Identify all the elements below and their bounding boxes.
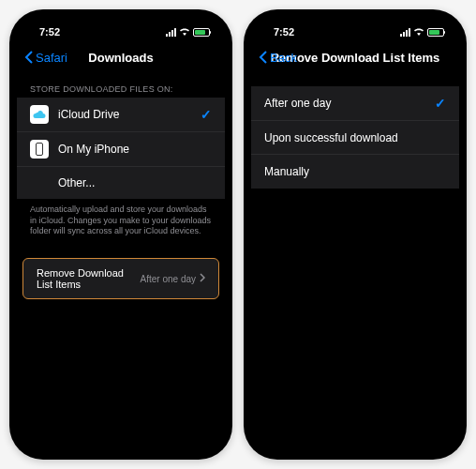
storage-label: Other... <box>58 176 212 189</box>
storage-option-onphone[interactable]: On My iPhone <box>17 132 225 167</box>
remove-row-label: Remove Download List Items <box>37 267 141 290</box>
storage-option-icloud[interactable]: iCloud Drive ✓ <box>17 98 225 132</box>
back-button[interactable]: Back <box>259 51 297 65</box>
storage-list: iCloud Drive ✓ On My iPhone Other... <box>17 98 225 199</box>
battery-icon <box>193 28 210 37</box>
status-time: 7:52 <box>32 26 60 38</box>
checkmark-icon: ✓ <box>435 96 446 111</box>
storage-label: On My iPhone <box>58 143 212 156</box>
back-button[interactable]: Safari <box>24 51 67 65</box>
section-header: STORE DOWNLOADED FILES ON: <box>17 73 225 98</box>
screen-left: 7:52 Safari Downloads STORE DOWNLOADED F… <box>17 17 225 452</box>
icloud-icon <box>30 105 49 124</box>
option-label: Manually <box>264 165 446 178</box>
nav-bar: Back Remove Download List Items <box>251 43 459 73</box>
screen-right: 7:52 Back Remove Download List Items <box>251 17 459 452</box>
wifi-icon <box>413 26 424 38</box>
option-label: After one day <box>264 97 425 110</box>
option-label: Upon successful download <box>264 131 446 144</box>
storage-option-other[interactable]: Other... <box>17 167 225 199</box>
option-manually[interactable]: Manually <box>251 155 459 189</box>
option-upon-success[interactable]: Upon successful download <box>251 121 459 155</box>
phone-right: 7:52 Back Remove Download List Items <box>244 9 467 460</box>
chevron-right-icon <box>200 273 205 284</box>
remove-row-value: After one day <box>141 273 205 284</box>
notch <box>304 17 407 36</box>
status-time: 7:52 <box>266 26 294 38</box>
phone-left: 7:52 Safari Downloads STORE DOWNLOADED F… <box>9 9 232 460</box>
nav-bar: Safari Downloads <box>17 43 225 73</box>
storage-label: iCloud Drive <box>58 108 191 121</box>
battery-icon <box>427 28 444 37</box>
iphone-icon <box>30 140 49 159</box>
status-indicators <box>400 26 444 38</box>
options-list: After one day ✓ Upon successful download… <box>251 86 459 189</box>
notch <box>69 17 172 36</box>
checkmark-icon: ✓ <box>201 107 212 122</box>
wifi-icon <box>179 26 190 38</box>
status-indicators <box>166 26 210 38</box>
section-footer: Automatically upload and store your down… <box>17 199 225 243</box>
option-after-one-day[interactable]: After one day ✓ <box>251 86 459 121</box>
back-label: Safari <box>36 51 67 65</box>
back-label: Back <box>270 51 297 65</box>
remove-downloads-row[interactable]: Remove Download List Items After one day <box>22 258 219 299</box>
